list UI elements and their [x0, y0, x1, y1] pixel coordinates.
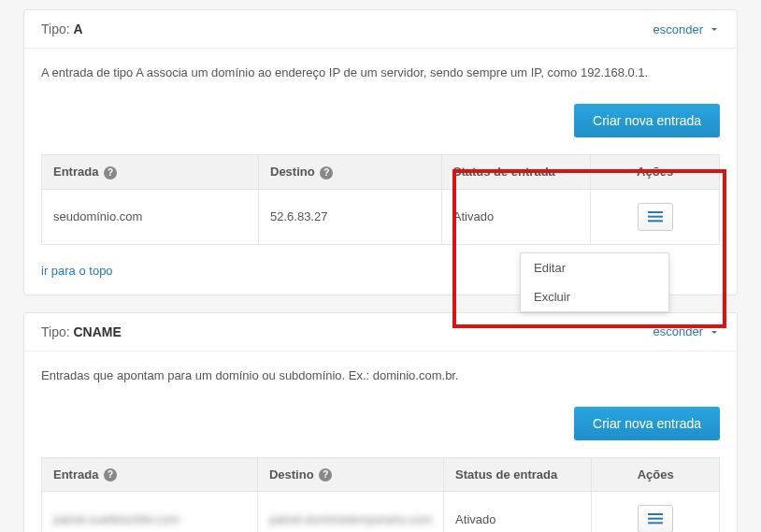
- row-actions-button[interactable]: [638, 505, 673, 532]
- panel-cname-title: Tipo: CNAME: [41, 324, 122, 339]
- type-value: CNAME: [74, 324, 122, 339]
- row-actions-dropdown: Editar Excluir: [520, 252, 669, 312]
- table-row: painel.suelbischfer.com painel.dominiote…: [42, 492, 720, 532]
- help-icon[interactable]: ?: [104, 468, 117, 482]
- table-row: seudomínio.com 52.6.83.27 Ativado: [42, 189, 720, 244]
- help-icon[interactable]: ?: [104, 166, 117, 180]
- col-actions: Ações: [591, 155, 720, 190]
- col-dest: Destino ?: [259, 155, 442, 190]
- chevron-down-icon: [709, 23, 720, 35]
- panel-a-description: A entrada de tipo A associa um domínio a…: [41, 65, 720, 79]
- cell-status: Ativado: [441, 189, 591, 244]
- svg-rect-1: [648, 215, 663, 217]
- col-actions: Ações: [592, 457, 720, 492]
- col-dest: Destino ?: [257, 457, 443, 492]
- panel-a-toggle[interactable]: esconder: [653, 22, 720, 36]
- cell-entry: seudomínio.com: [42, 189, 259, 244]
- panel-cname-description: Entradas que apontam para um domínio ou …: [41, 368, 720, 382]
- type-prefix: Tipo:: [41, 22, 70, 36]
- dropdown-edit[interactable]: Editar: [521, 253, 668, 282]
- dropdown-delete[interactable]: Excluir: [521, 282, 668, 311]
- svg-rect-3: [648, 513, 663, 515]
- panel-a-title: Tipo: A: [41, 22, 83, 36]
- entries-table-cname: Entrada ? Destino ? Status de entrada Aç…: [41, 457, 720, 532]
- type-value: A: [74, 22, 83, 36]
- create-entry-button[interactable]: Criar nova entrada: [574, 407, 720, 440]
- table-head-row: Entrada ? Destino ? Status de entrada Aç…: [42, 457, 720, 492]
- col-entry: Entrada ?: [42, 155, 259, 190]
- svg-rect-2: [648, 220, 663, 222]
- cell-status: Ativado: [444, 492, 592, 532]
- panel-cname-body: Entradas que apontam para um domínio ou …: [24, 352, 737, 532]
- svg-rect-5: [648, 522, 663, 524]
- cell-dest: painel.dominiotemporario.com: [257, 492, 443, 532]
- svg-rect-0: [648, 211, 663, 213]
- panel-a: Tipo: A esconder A entrada de tipo A ass…: [23, 9, 738, 295]
- col-status: Status de entrada: [444, 457, 592, 492]
- cell-actions: [592, 492, 720, 532]
- create-entry-row: Criar nova entrada: [41, 104, 720, 137]
- help-icon[interactable]: ?: [320, 166, 333, 180]
- menu-icon: [648, 513, 663, 525]
- create-entry-button[interactable]: Criar nova entrada: [574, 104, 720, 137]
- toggle-label: esconder: [653, 324, 703, 338]
- type-prefix: Tipo:: [41, 324, 70, 339]
- entries-table-a: Entrada ? Destino ? Status de entrada Aç…: [41, 154, 720, 245]
- chevron-down-icon: [709, 326, 720, 338]
- panel-cname: Tipo: CNAME esconder Entradas que aponta…: [23, 312, 738, 532]
- row-actions-button[interactable]: [638, 203, 673, 231]
- panel-a-header: Tipo: A esconder: [24, 10, 737, 49]
- cell-entry: painel.suelbischfer.com: [42, 492, 258, 532]
- panel-cname-header: Tipo: CNAME esconder: [24, 313, 737, 352]
- menu-icon: [648, 211, 663, 223]
- panel-a-body: A entrada de tipo A associa um domínio a…: [24, 49, 737, 295]
- table-head-row: Entrada ? Destino ? Status de entrada Aç…: [42, 155, 720, 190]
- svg-rect-4: [648, 518, 663, 520]
- create-entry-row: Criar nova entrada: [41, 407, 720, 440]
- toggle-label: esconder: [653, 22, 703, 36]
- help-icon[interactable]: ?: [319, 468, 332, 482]
- back-to-top-link[interactable]: ir para o topo: [41, 264, 113, 278]
- cell-dest: 52.6.83.27: [259, 189, 442, 244]
- cell-actions: [591, 189, 720, 244]
- panel-cname-toggle[interactable]: esconder: [653, 324, 720, 338]
- col-status: Status de entrada: [441, 155, 591, 190]
- col-entry: Entrada ?: [42, 457, 258, 492]
